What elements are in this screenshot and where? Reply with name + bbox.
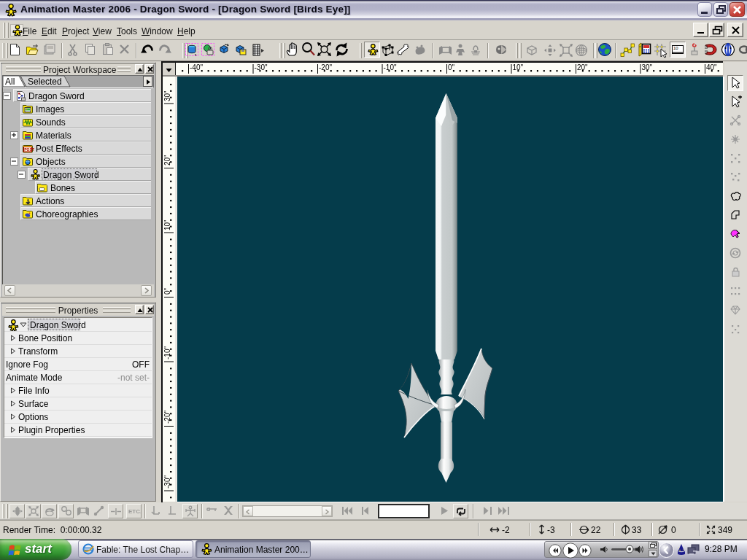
svg-text:Selected: Selected [28,77,62,87]
svg-text:POST: POST [24,147,34,152]
svg-text:ETC.: ETC. [128,508,142,515]
svg-text:All: All [5,77,15,87]
svg-text:10: 10 [673,46,678,50]
